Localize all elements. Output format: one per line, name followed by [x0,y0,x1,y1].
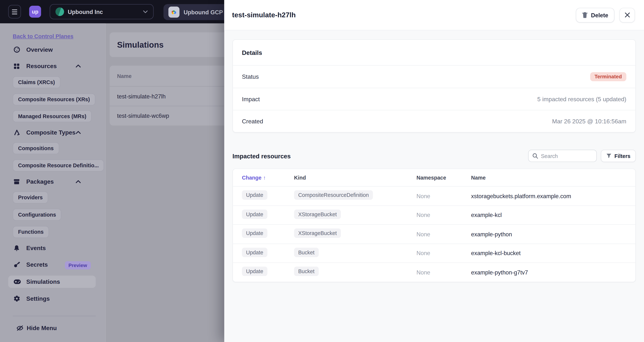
sidebar-item-label: Composite Types [26,129,76,136]
column-header-namespace[interactable]: Namespace [416,174,471,181]
impacted-resources-header: Impacted resources Filters [232,150,636,162]
change-badge: Update [242,209,267,219]
kind-badge: XStorageBucket [294,228,341,238]
sidebar-subitem-composite-resources[interactable]: Composite Resources (XRs) [13,94,95,106]
details-heading: Details [233,40,636,66]
impact-label: Impact [242,96,260,102]
sidebar-subitem-xrds[interactable]: Composite Resource Definitio... [13,160,104,171]
sidebar-subitem-managed-resources[interactable]: Managed Resources (MRs) [13,110,92,122]
namespace-cell: None [416,250,471,256]
sidebar-item-label: Simulations [26,279,60,285]
screen: Simulations Name test-simulate-h27lh tes… [0,0,644,342]
sidebar-item-simulations-active[interactable]: Simulations [8,276,96,288]
close-icon [624,12,630,18]
preview-badge: Preview [65,261,91,269]
sidebar-subitem-configurations[interactable]: Configurations [13,209,61,221]
sidebar-subitem-compositions[interactable]: Compositions [13,142,59,154]
close-drawer-button[interactable] [620,8,635,22]
sidebar-item-resources[interactable]: Resources [14,61,98,71]
hamburger-icon [12,9,17,10]
control-plane-tab-label: Upbound GCP U [184,9,228,15]
namespace-cell: None [416,231,471,237]
page-title: Simulations [117,40,164,49]
namespace-cell: None [416,192,471,199]
impacted-resources-heading: Impacted resources [232,152,291,159]
column-header-kind[interactable]: Kind [294,174,416,181]
drawer-title: test-simulate-h27lh [232,11,296,19]
grid-icon [14,63,20,69]
filter-funnel-icon [606,153,612,158]
sidebar-subitem-claims[interactable]: Claims (XRCs) [13,76,60,88]
sidebar-item-label: Secrets [26,261,48,268]
bell-icon [14,245,20,251]
chevron-up-icon[interactable] [76,64,81,68]
trash-icon [582,12,588,18]
change-badge: Update [242,267,267,276]
column-header-name[interactable]: Name [471,174,626,181]
sidebar-item-label: Settings [26,295,50,302]
sidebar-item-label: Packages [26,178,54,185]
gear-icon [14,295,20,302]
sidebar-item-label: Events [26,245,46,251]
impacted-resources-table: Change ↑ Kind Namespace Name Update Comp… [232,169,636,282]
status-label: Status [242,73,259,80]
filters-button[interactable]: Filters [601,150,636,162]
kind-badge: Bucket [294,267,319,276]
table-row[interactable]: Update XStorageBucket None example-pytho… [233,224,636,243]
table-row[interactable]: Update CompositeResourceDefinition None … [233,186,636,205]
back-to-control-planes-link[interactable]: Back to Control Planes [13,33,74,39]
chevron-down-icon [143,10,148,13]
table-row[interactable]: Update Bucket None example-python-g7tv7 [233,263,636,282]
table-row[interactable]: Update XStorageBucket None example-kcl [233,205,636,224]
name-cell: example-python [471,231,626,237]
sidebar-subitem-functions[interactable]: Functions [13,226,49,238]
search-input[interactable] [541,153,593,159]
sidebar-item-label: Overview [26,46,53,53]
org-switcher-dropdown[interactable]: Upbound Inc [50,4,154,19]
created-value: Mar 26 2025 @ 10:16:56am [552,118,626,125]
sidebar-subitem-providers[interactable]: Providers [13,191,48,203]
namespace-cell: None [416,212,471,218]
org-name: Upbound Inc [68,8,103,15]
drawer-body: Details Status Terminated Impact 5 impac… [224,30,644,342]
eye-off-icon [16,325,23,331]
detail-row-created: Created Mar 26 2025 @ 10:16:56am [233,110,636,132]
sidebar-item-composite-types[interactable]: Composite Types [14,128,98,137]
kind-badge: XStorageBucket [294,209,341,219]
created-label: Created [242,118,263,125]
search-input-wrapper [528,150,597,162]
org-avatar [56,7,64,16]
column-header-change[interactable]: Change ↑ [242,174,294,181]
delete-button[interactable]: Delete [576,8,614,22]
search-icon [532,153,538,159]
sidebar-item-overview[interactable]: Overview [14,45,98,54]
package-icon [14,178,20,185]
change-badge: Update [242,248,267,257]
chevron-up-icon[interactable] [76,180,81,183]
sort-ascending-icon: ↑ [263,174,266,181]
filters-button-label: Filters [614,153,630,159]
sidebar-divider [13,316,96,316]
name-cell: example-kcl-bucket [471,250,626,256]
change-badge: Update [242,228,267,238]
gamepad-icon [14,279,21,285]
name-cell: example-kcl [471,212,626,218]
change-badge: Update [242,190,267,200]
sidebar-item-settings[interactable]: Settings [14,294,98,304]
sidebar-item-label: Resources [26,63,57,69]
kind-badge: CompositeResourceDefinition [294,190,373,200]
upbound-logo[interactable]: up [29,6,41,18]
sidebar-item-events[interactable]: Events [14,243,98,253]
detail-row-impact: Impact 5 impacted resources (5 updated) [233,88,636,110]
hide-menu-button[interactable]: Hide Menu [16,323,57,333]
detail-row-status: Status Terminated [233,66,636,88]
namespace-cell: None [416,269,471,275]
menu-button[interactable] [8,5,21,18]
table-row[interactable]: Update Bucket None example-kcl-bucket [233,243,636,262]
status-badge: Terminated [590,72,626,81]
sidebar-item-packages[interactable]: Packages [14,177,98,187]
kind-badge: Bucket [294,248,319,257]
name-cell: xstoragebuckets.platform.example.com [471,192,626,199]
chevron-up-icon[interactable] [76,131,81,134]
impact-value: 5 impacted resources (5 updated) [537,96,626,102]
